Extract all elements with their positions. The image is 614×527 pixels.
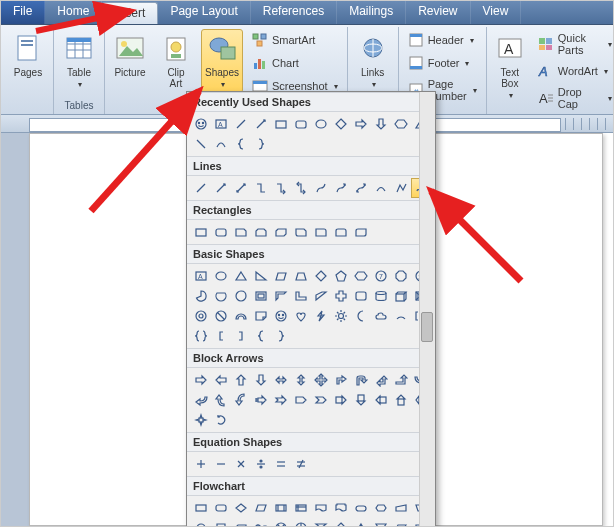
fc-process[interactable] bbox=[191, 498, 211, 518]
quickparts-button[interactable]: Quick Parts▾ bbox=[533, 29, 614, 59]
shapes-button[interactable]: Shapes▾ bbox=[201, 29, 243, 93]
line-freeform[interactable] bbox=[391, 178, 411, 198]
shape-textbox[interactable]: A bbox=[211, 114, 231, 134]
bs-cloud[interactable] bbox=[371, 306, 391, 326]
rect-snip-round[interactable] bbox=[291, 222, 311, 242]
line-curved[interactable] bbox=[311, 178, 331, 198]
fc-predefined[interactable] bbox=[271, 498, 291, 518]
line-straight[interactable] bbox=[191, 178, 211, 198]
bs-heart[interactable] bbox=[291, 306, 311, 326]
bs-trapezoid[interactable] bbox=[291, 266, 311, 286]
ba-bentup[interactable] bbox=[391, 370, 411, 390]
fc-offpage[interactable] bbox=[211, 518, 231, 527]
fc-or[interactable] bbox=[291, 518, 311, 527]
bs-rightbracket[interactable] bbox=[231, 326, 251, 346]
fc-card[interactable] bbox=[231, 518, 251, 527]
table-button[interactable]: Table▾ bbox=[58, 29, 100, 93]
ba-circular[interactable] bbox=[211, 410, 231, 430]
line-elbow[interactable] bbox=[251, 178, 271, 198]
line-curve[interactable] bbox=[371, 178, 391, 198]
ba-callout-quad[interactable] bbox=[191, 410, 211, 430]
bs-lightning[interactable] bbox=[311, 306, 331, 326]
tab-home[interactable]: Home bbox=[45, 1, 102, 24]
line-curved-double[interactable] bbox=[351, 178, 371, 198]
ba-callout-down[interactable] bbox=[351, 390, 371, 410]
tab-mailings[interactable]: Mailings bbox=[337, 1, 406, 24]
eq-minus[interactable] bbox=[211, 454, 231, 474]
shape-arc[interactable] bbox=[211, 134, 231, 154]
bs-diag-stripe[interactable] bbox=[311, 286, 331, 306]
bs-pie[interactable] bbox=[191, 286, 211, 306]
bs-triangle[interactable] bbox=[231, 266, 251, 286]
bs-moon[interactable] bbox=[351, 306, 371, 326]
bs-leftbrace[interactable] bbox=[251, 326, 271, 346]
bs-folded-corner[interactable] bbox=[251, 306, 271, 326]
bs-teardrop[interactable] bbox=[231, 286, 251, 306]
bs-plaque[interactable] bbox=[351, 286, 371, 306]
shape-ellipse[interactable] bbox=[311, 114, 331, 134]
line-curved-arrow[interactable] bbox=[331, 178, 351, 198]
eq-notequal[interactable] bbox=[291, 454, 311, 474]
tab-insert[interactable]: Insert bbox=[102, 2, 158, 24]
bs-nosymbol[interactable] bbox=[211, 306, 231, 326]
bs-block-arc[interactable] bbox=[231, 306, 251, 326]
bs-lshape[interactable] bbox=[291, 286, 311, 306]
line-arrow[interactable] bbox=[211, 178, 231, 198]
ba-curved-down[interactable] bbox=[231, 390, 251, 410]
rect-rounded[interactable] bbox=[211, 222, 231, 242]
shape-arrow-right[interactable] bbox=[351, 114, 371, 134]
ba-uturn[interactable] bbox=[351, 370, 371, 390]
footer-button[interactable]: Footer▾ bbox=[403, 52, 482, 74]
rect-plain[interactable] bbox=[191, 222, 211, 242]
ba-updown[interactable] bbox=[291, 370, 311, 390]
chart-button[interactable]: Chart bbox=[247, 52, 343, 74]
bs-rightbrace[interactable] bbox=[271, 326, 291, 346]
shape-smiley[interactable] bbox=[191, 114, 211, 134]
bs-donut[interactable] bbox=[191, 306, 211, 326]
ba-striped-right[interactable] bbox=[251, 390, 271, 410]
bs-textbox[interactable]: A bbox=[191, 266, 211, 286]
ba-callout-right[interactable] bbox=[331, 390, 351, 410]
scrollbar-thumb[interactable] bbox=[421, 312, 433, 342]
links-button[interactable]: Links▾ bbox=[352, 29, 394, 93]
shape-rounded-rect[interactable] bbox=[291, 114, 311, 134]
shape-diamond[interactable] bbox=[331, 114, 351, 134]
rect-round2[interactable] bbox=[331, 222, 351, 242]
fc-alt-process[interactable] bbox=[211, 498, 231, 518]
fc-multidoc[interactable] bbox=[331, 498, 351, 518]
ba-leftup[interactable] bbox=[371, 370, 391, 390]
bs-doublebrace[interactable] bbox=[191, 326, 211, 346]
fc-document[interactable] bbox=[311, 498, 331, 518]
fc-data[interactable] bbox=[251, 498, 271, 518]
fc-preparation[interactable] bbox=[371, 498, 391, 518]
ba-bent[interactable] bbox=[331, 370, 351, 390]
gallery-scrollbar[interactable] bbox=[419, 92, 435, 526]
ba-quad[interactable] bbox=[311, 370, 331, 390]
rect-snip1[interactable] bbox=[231, 222, 251, 242]
line-elbow-arrow[interactable] bbox=[271, 178, 291, 198]
rect-round1[interactable] bbox=[311, 222, 331, 242]
ba-curved-left[interactable] bbox=[191, 390, 211, 410]
bs-hexagon[interactable] bbox=[351, 266, 371, 286]
fc-internal[interactable] bbox=[291, 498, 311, 518]
pages-button[interactable]: Pages bbox=[7, 29, 49, 82]
wordart-button[interactable]: AWordArt▾ bbox=[533, 60, 614, 82]
fc-extract[interactable] bbox=[351, 518, 371, 527]
shape-brace-right[interactable] bbox=[251, 134, 271, 154]
dropcap-button[interactable]: ADrop Cap▾ bbox=[533, 83, 614, 113]
fc-manual-input[interactable] bbox=[391, 498, 411, 518]
bs-can[interactable] bbox=[371, 286, 391, 306]
bs-half-frame[interactable] bbox=[271, 286, 291, 306]
clipart-button[interactable]: Clip Art bbox=[155, 29, 197, 93]
rect-round-diag[interactable] bbox=[351, 222, 371, 242]
bs-smiley[interactable] bbox=[271, 306, 291, 326]
eq-equal[interactable] bbox=[271, 454, 291, 474]
ba-down[interactable] bbox=[251, 370, 271, 390]
tab-references[interactable]: References bbox=[251, 1, 337, 24]
bs-sun[interactable] bbox=[331, 306, 351, 326]
fc-decision[interactable] bbox=[231, 498, 251, 518]
shape-line-arrow[interactable] bbox=[251, 114, 271, 134]
fc-sort[interactable] bbox=[331, 518, 351, 527]
eq-divide[interactable] bbox=[251, 454, 271, 474]
eq-plus[interactable] bbox=[191, 454, 211, 474]
